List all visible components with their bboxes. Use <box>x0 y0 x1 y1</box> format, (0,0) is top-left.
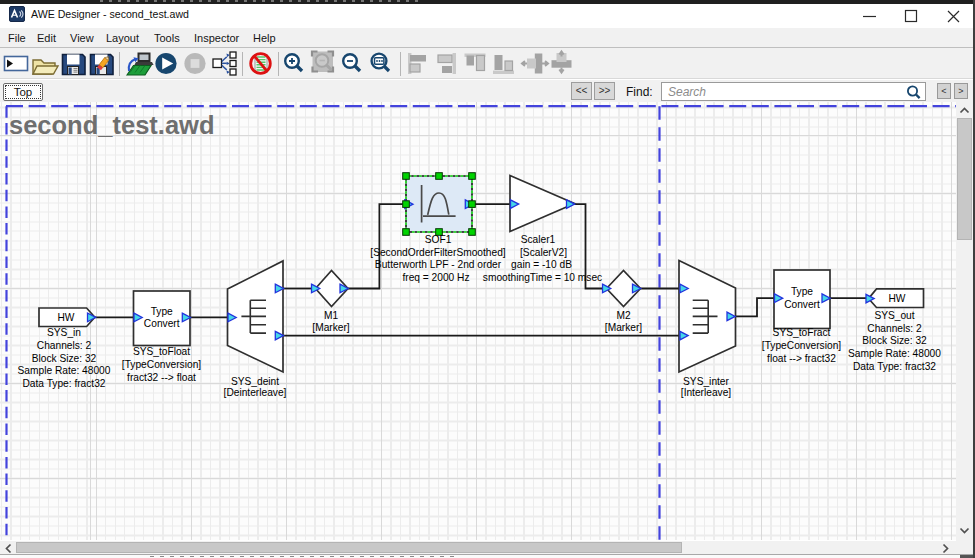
svg-text:Data Type: fract32: Data Type: fract32 <box>22 378 105 389</box>
svg-text:Scaler1: Scaler1 <box>521 234 556 245</box>
svg-text:Data Type: fract32: Data Type: fract32 <box>853 361 936 372</box>
svg-text:[TypeConversion]: [TypeConversion] <box>122 359 201 370</box>
svg-text:M1: M1 <box>324 310 338 321</box>
svg-text:HW: HW <box>889 293 906 304</box>
svg-text:Block Size: 32: Block Size: 32 <box>32 353 97 364</box>
svg-text:[ScalerV2]: [ScalerV2] <box>520 247 567 258</box>
svg-text:Channels: 2: Channels: 2 <box>37 340 92 351</box>
svg-text:Butterworth LPF - 2nd order: Butterworth LPF - 2nd order <box>375 259 502 270</box>
svg-text:[Deinterleave]: [Deinterleave] <box>224 387 287 398</box>
svg-text:float --> fract32: float --> fract32 <box>767 353 836 364</box>
svg-text:SYS_deint: SYS_deint <box>231 376 279 387</box>
svg-text:SYS_toFloat: SYS_toFloat <box>133 346 190 357</box>
svg-text:Sample Rate: 48000: Sample Rate: 48000 <box>18 365 111 376</box>
svg-text:fract32 --> float: fract32 --> float <box>127 372 196 383</box>
svg-text:smoothingTime = 10 msec: smoothingTime = 10 msec <box>483 272 602 283</box>
svg-text:second_test.awd: second_test.awd <box>9 111 214 139</box>
svg-text:Type: Type <box>151 306 173 317</box>
svg-text:Convert: Convert <box>144 318 180 329</box>
svg-text:SYS_toFract: SYS_toFract <box>773 327 831 338</box>
svg-text:HW: HW <box>58 312 75 323</box>
svg-text:gain = -10 dB: gain = -10 dB <box>511 259 572 270</box>
svg-text:Channels: 2: Channels: 2 <box>867 323 922 334</box>
svg-text:SYS_in: SYS_in <box>47 327 81 338</box>
svg-text:[Interleave]: [Interleave] <box>681 387 732 398</box>
svg-text:Convert: Convert <box>784 299 820 310</box>
svg-text:[Marker]: [Marker] <box>312 322 350 333</box>
svg-text:M2: M2 <box>616 310 630 321</box>
svg-text:SYS_out: SYS_out <box>874 310 914 321</box>
svg-text:[SecondOrderFilterSmoothed]: [SecondOrderFilterSmoothed] <box>370 247 506 258</box>
svg-text:[TypeConversion]: [TypeConversion] <box>762 340 841 351</box>
svg-text:Type: Type <box>791 286 813 297</box>
svg-text:freq = 2000 Hz: freq = 2000 Hz <box>402 272 469 283</box>
svg-text:Block Size: 32: Block Size: 32 <box>862 335 927 346</box>
svg-text:SOF1: SOF1 <box>425 234 452 245</box>
svg-text:[Marker]: [Marker] <box>605 322 643 333</box>
svg-text:Sample Rate: 48000: Sample Rate: 48000 <box>848 348 941 359</box>
svg-text:SYS_inter: SYS_inter <box>683 376 729 387</box>
